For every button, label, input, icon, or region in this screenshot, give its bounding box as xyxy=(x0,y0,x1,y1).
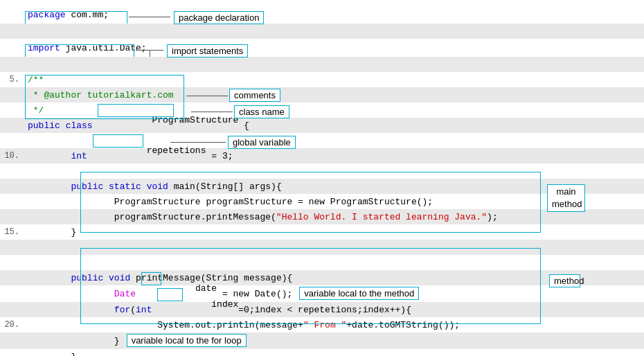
kw-for: for xyxy=(114,305,130,315)
space-int xyxy=(87,151,93,161)
ps-code: ProgramStructure programStructure = new … xyxy=(28,197,433,207)
line-for-close: } variable local to the for loop xyxy=(0,332,644,349)
sysout: System.out.println(message+ xyxy=(28,320,303,330)
pm-str: "Hello World. I started learning Java." xyxy=(276,212,487,222)
indent-main xyxy=(28,181,71,192)
line-content-pm: programStructure.printMessage( "Hello Wo… xyxy=(25,212,644,222)
line-empty-5 xyxy=(0,240,644,255)
comment-author: * @author tutorialkart.com xyxy=(28,90,174,100)
line-content-import: import java.util.Date; import statements xyxy=(25,43,644,53)
line-content-author: * @author tutorialkart.com xyxy=(25,90,644,100)
kw-public: public xyxy=(28,121,60,131)
index-var: index xyxy=(211,299,238,310)
line-1: package com.mm; package declaration xyxy=(0,6,644,24)
main-method-annotation: mainmethod xyxy=(547,184,585,212)
line-content-5: /** comments xyxy=(25,75,644,85)
for-close-brace: } xyxy=(28,336,120,346)
local-for-annotation: variable local to the for loop xyxy=(127,334,247,347)
line-content-20: System.out.println(message+ " From " +da… xyxy=(25,320,644,330)
kw-void: void xyxy=(147,181,168,192)
line-method-close: } xyxy=(0,349,644,356)
line-import: import java.util.Date; import statements xyxy=(0,39,644,57)
line-empty-1 xyxy=(0,24,644,39)
indent-10 xyxy=(28,151,71,161)
line-empty-6 xyxy=(0,255,644,270)
kw-package: package xyxy=(28,10,66,20)
kw-int2: int xyxy=(136,305,152,315)
date-var-hl xyxy=(141,272,161,285)
for-rest: =0;index < repetetions;index++){ xyxy=(238,305,411,315)
line-15: 15. } xyxy=(0,224,644,240)
method-close-brace: } xyxy=(28,352,76,357)
package-annotation: package declaration xyxy=(174,11,264,24)
import-annotation: import statements xyxy=(167,44,248,57)
space-void xyxy=(141,181,147,192)
code-area: package com.mm; package declaration impo… xyxy=(0,0,644,356)
comment-arrow xyxy=(186,96,228,96)
line-empty-2 xyxy=(0,57,644,72)
classname: ProgramStructure xyxy=(152,115,238,125)
import-name: java.util.Date; xyxy=(60,43,147,53)
pkg-name: com.mm; xyxy=(66,10,109,20)
space1 xyxy=(93,121,98,131)
pm-close: ); xyxy=(487,212,498,222)
line-content-mc: } xyxy=(25,352,644,357)
comment-annotation: comments xyxy=(229,89,280,102)
index-hl xyxy=(157,288,183,301)
line-content-1: package com.mm; package declaration xyxy=(25,10,644,20)
line-10: 10. int repetetions = 3; global variable xyxy=(0,148,644,163)
global-arrow xyxy=(170,142,226,143)
line-5: 5. /** comments xyxy=(0,72,644,87)
pm-code: programStructure.printMessage( xyxy=(28,212,276,222)
line-num-5: 5. xyxy=(0,75,25,84)
str-from: " From " xyxy=(303,320,346,330)
kw-int: int xyxy=(71,151,87,161)
global-annotation: global variable xyxy=(228,136,296,149)
line-content-15: } xyxy=(25,227,644,238)
line-for: for ( int index =0;index < repetetions;i… xyxy=(0,302,644,317)
main-container: package com.mm; package declaration impo… xyxy=(0,0,644,356)
space-static xyxy=(103,181,109,192)
method-annotation: method xyxy=(549,274,580,287)
for-open: ( xyxy=(130,305,136,315)
import-dash xyxy=(136,50,150,51)
kw-import: import xyxy=(28,43,60,53)
repetetions-hl xyxy=(93,134,143,148)
main-close-brace: } xyxy=(28,227,76,238)
class-open: { xyxy=(238,121,249,131)
local-method-annotation: variable local to the method xyxy=(299,287,419,300)
space-index xyxy=(152,305,157,315)
rep-val: = 3; xyxy=(206,151,233,161)
line-num-20: 20. xyxy=(0,320,25,330)
repetetions: repetetions xyxy=(147,145,206,156)
kw-public2: public xyxy=(71,181,103,192)
line-20: 20. System.out.println(message+ " From "… xyxy=(0,317,644,332)
line-num-10: 10. xyxy=(0,151,25,161)
classname-annotation: class name xyxy=(234,105,289,118)
line-author: * @author tutorialkart.com xyxy=(0,87,644,103)
comment-start: /** xyxy=(28,75,44,85)
kw-class: class xyxy=(66,121,93,131)
line-num-15: 15. xyxy=(0,227,25,237)
classname-arrow xyxy=(191,112,233,112)
line-content-for-close: } variable local to the for loop xyxy=(25,335,644,348)
indent-for xyxy=(28,305,114,315)
class-kw xyxy=(60,121,66,131)
plus-date: +date.toGMTString()); xyxy=(346,320,460,330)
line-empty-4 xyxy=(0,163,644,179)
line-class: public class ProgramStructure { class na… xyxy=(0,118,644,133)
main-rest: main(String[] args){ xyxy=(168,181,282,192)
kw-static: static xyxy=(109,181,141,192)
pkg-arrow xyxy=(129,17,170,17)
